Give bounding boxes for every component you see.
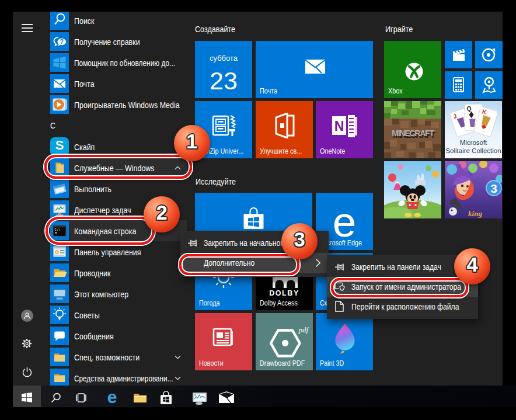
svg-text:?: ?	[60, 38, 64, 45]
svg-text:MINECRAFT: MINECRAFT	[392, 129, 434, 138]
svg-text:N: N	[334, 119, 344, 134]
svg-text:Q: Q	[467, 106, 472, 112]
svg-text:pdf: pdf	[298, 325, 309, 334]
svg-text:3: 3	[490, 182, 497, 195]
svg-text:king: king	[468, 209, 482, 218]
